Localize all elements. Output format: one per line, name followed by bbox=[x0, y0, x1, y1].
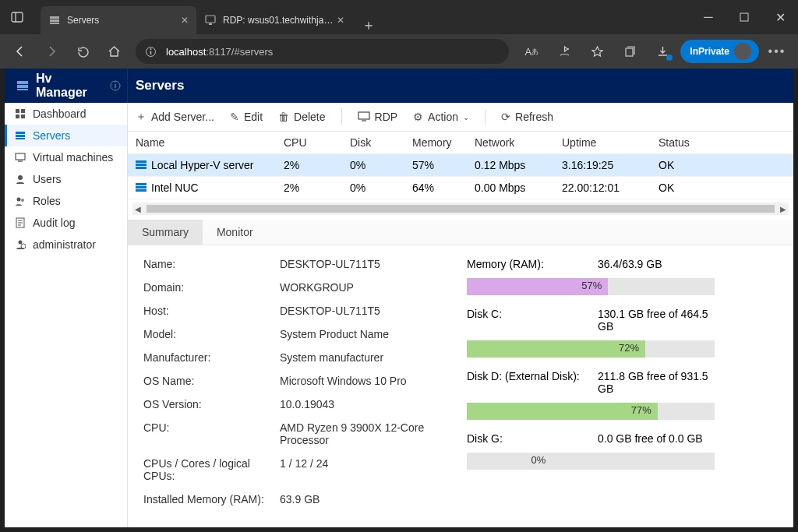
metric-label: Disk G: bbox=[467, 432, 598, 445]
summary-value: System Product Name bbox=[280, 328, 443, 340]
app-brand: Hv Manager bbox=[36, 72, 104, 100]
refresh-button[interactable]: ⟳Refresh bbox=[501, 111, 553, 123]
servers-grid: NameCPUDiskMemoryNetworkUptimeStatus Loc… bbox=[128, 132, 793, 199]
column-header[interactable]: Name bbox=[136, 136, 284, 149]
sidebar-item-audit-log[interactable]: Audit log bbox=[5, 212, 127, 234]
summary-value: System manufacturer bbox=[280, 351, 443, 364]
table-row[interactable]: Intel NUC2%0%64%0.00 Mbps22.00:12:01OK bbox=[128, 177, 793, 199]
browser-tab[interactable]: RDP: wsus01.techwithjasmin.com ✕ bbox=[196, 6, 352, 34]
sidebar-item-servers[interactable]: Servers bbox=[5, 125, 127, 146]
grid-icon bbox=[14, 107, 26, 120]
table-row[interactable]: Local Hyper-V server2%0%57%0.12 Mbps3.16… bbox=[128, 154, 793, 177]
minimize-icon[interactable]: ─ bbox=[690, 0, 726, 34]
read-aloud-icon[interactable] bbox=[549, 37, 579, 65]
summary-value: 63.9 GB bbox=[280, 493, 443, 506]
column-header[interactable]: Status bbox=[659, 136, 721, 149]
edit-button[interactable]: ✎Edit bbox=[230, 111, 263, 123]
add-server-button[interactable]: ＋Add Server... bbox=[136, 110, 214, 124]
summary-value: 10.0.19043 bbox=[280, 398, 443, 410]
svg-rect-13 bbox=[17, 81, 28, 84]
monitor-icon bbox=[358, 111, 370, 122]
refresh-button[interactable] bbox=[69, 37, 97, 65]
info-icon bbox=[145, 46, 157, 58]
tab-sidebar-icon[interactable] bbox=[0, 0, 34, 34]
summary-panel: Name:DESKTOP-UL711T5Domain:WORKGROUPHost… bbox=[128, 245, 793, 518]
column-header[interactable]: Network bbox=[475, 136, 562, 149]
new-tab-button[interactable]: ＋ bbox=[352, 16, 385, 34]
svg-rect-5 bbox=[206, 16, 215, 23]
grid-header: NameCPUDiskMemoryNetworkUptimeStatus bbox=[128, 132, 793, 154]
sidebar-item-virtual-machines[interactable]: Virtual machines bbox=[5, 146, 127, 168]
roles-icon bbox=[14, 195, 26, 207]
progress-bar: 0% bbox=[467, 453, 715, 470]
svg-point-35 bbox=[21, 244, 26, 248]
delete-button[interactable]: 🗑Delete bbox=[278, 111, 325, 123]
back-button[interactable] bbox=[6, 37, 34, 65]
text-size-icon[interactable]: Aあ bbox=[517, 37, 546, 65]
progress-bar: 72% bbox=[467, 340, 715, 358]
close-icon[interactable]: ✕ bbox=[181, 15, 189, 26]
svg-rect-2 bbox=[50, 16, 59, 19]
sidebar: DashboardServersVirtual machinesUsersRol… bbox=[5, 103, 128, 527]
forward-button[interactable] bbox=[37, 37, 65, 65]
svg-rect-20 bbox=[16, 115, 19, 118]
more-icon[interactable]: ••• bbox=[762, 37, 792, 65]
detail-tabs: Summary Monitor bbox=[128, 220, 793, 245]
summary-label: Name: bbox=[143, 258, 280, 270]
column-header[interactable]: Disk bbox=[350, 136, 412, 149]
avatar bbox=[734, 43, 751, 60]
summary-label: Domain: bbox=[143, 281, 280, 294]
favorite-icon[interactable] bbox=[582, 37, 612, 65]
action-button[interactable]: ⚙Action⌄ bbox=[413, 111, 469, 123]
browser-toolbar: localhost:8117/#servers Aあ InPrivate ••• bbox=[0, 34, 798, 69]
sidebar-item-label: Servers bbox=[33, 129, 70, 142]
sidebar-item-users[interactable]: Users bbox=[5, 168, 127, 190]
tab-summary[interactable]: Summary bbox=[128, 220, 203, 245]
metric-value: 36.4/63.9 GB bbox=[598, 258, 715, 270]
url-path: :8117/#servers bbox=[206, 46, 273, 58]
svg-rect-3 bbox=[50, 19, 59, 22]
rdp-button[interactable]: RDP bbox=[358, 111, 398, 123]
info-icon[interactable]: i bbox=[110, 80, 121, 91]
svg-rect-22 bbox=[16, 132, 25, 134]
address-bar[interactable]: localhost:8117/#servers bbox=[136, 39, 509, 64]
tab-monitor[interactable]: Monitor bbox=[203, 220, 267, 245]
close-icon[interactable]: ✕ bbox=[762, 0, 798, 34]
collections-icon[interactable] bbox=[615, 37, 644, 65]
svg-point-10 bbox=[150, 48, 152, 50]
metric-label: Disk C: bbox=[467, 308, 598, 333]
downloads-icon[interactable] bbox=[648, 37, 677, 65]
close-icon[interactable]: ✕ bbox=[337, 15, 344, 26]
vm-icon bbox=[14, 151, 26, 164]
inprivate-badge[interactable]: InPrivate bbox=[680, 40, 759, 63]
home-button[interactable] bbox=[100, 37, 128, 65]
svg-rect-24 bbox=[16, 138, 25, 139]
svg-rect-7 bbox=[740, 13, 748, 21]
sidebar-item-administrator[interactable]: administrator bbox=[5, 234, 127, 255]
column-header[interactable]: Uptime bbox=[562, 136, 659, 149]
browser-tab[interactable]: Servers ✕ bbox=[41, 6, 196, 34]
sidebar-item-dashboard[interactable]: Dashboard bbox=[5, 103, 127, 125]
svg-rect-19 bbox=[21, 109, 25, 113]
svg-rect-36 bbox=[358, 112, 369, 119]
sidebar-item-label: Roles bbox=[33, 195, 61, 207]
chevron-down-icon: ⌄ bbox=[463, 113, 469, 122]
sidebar-item-roles[interactable]: Roles bbox=[5, 190, 127, 212]
metric-value: 0.0 GB free of 0.0 GB bbox=[598, 432, 715, 445]
sidebar-item-label: Users bbox=[33, 173, 62, 185]
summary-label: CPUs / Cores / logical CPUs: bbox=[143, 457, 280, 482]
sidebar-item-label: administrator bbox=[33, 238, 96, 251]
svg-rect-12 bbox=[626, 48, 633, 56]
svg-point-11 bbox=[567, 48, 569, 50]
metric-label: Memory (RAM): bbox=[467, 258, 598, 270]
summary-label: Model: bbox=[143, 328, 280, 340]
horizontal-scrollbar[interactable]: ◀▶ bbox=[132, 203, 789, 215]
server-icon bbox=[14, 129, 26, 142]
metric-label: Disk D: (External Disk): bbox=[467, 370, 598, 395]
progress-bar: 77% bbox=[467, 403, 715, 420]
maximize-icon[interactable] bbox=[726, 0, 762, 34]
column-header[interactable]: Memory bbox=[412, 136, 475, 149]
column-header[interactable]: CPU bbox=[284, 136, 350, 149]
server-icon bbox=[48, 14, 61, 26]
browser-tab-strip: Servers ✕ RDP: wsus01.techwithjasmin.com… bbox=[0, 0, 798, 34]
